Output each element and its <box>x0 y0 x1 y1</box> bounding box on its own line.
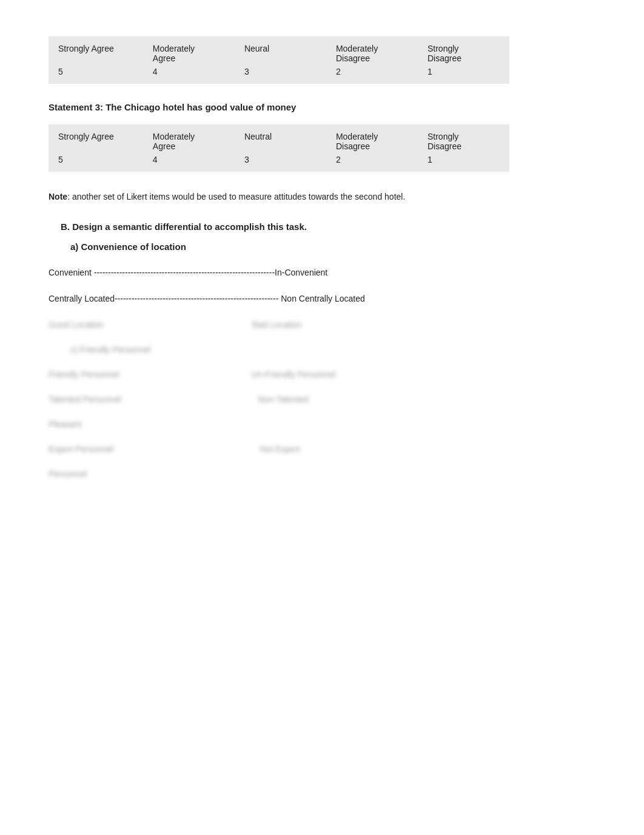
t2-col1-header: Strongly Agree <box>49 124 143 154</box>
col1-header: Strongly Agree <box>49 36 143 66</box>
blurred-line-3: Friendly Personnel Un-Friendly Personnel <box>49 368 595 381</box>
t2-col3-header: Neutral <box>235 124 326 154</box>
blurred-line-1: Good Location Bad Location <box>49 319 595 331</box>
t2-col2-header: ModeratelyAgree <box>143 124 235 154</box>
blurred-line-4: Talented Personnel Non-Talented <box>49 393 595 406</box>
t2-val4: 2 <box>326 154 418 172</box>
semantic-line-2: Centrally Located-----------------------… <box>49 292 595 305</box>
col5-header: StronglyDisagree <box>418 36 509 66</box>
blurred-line-2-indent: c) Friendly Personnel <box>70 343 595 356</box>
table2-value-row: 5 4 3 2 1 <box>49 154 509 172</box>
val5: 1 <box>418 66 509 84</box>
col4-header: ModeratelyDisagree <box>326 36 418 66</box>
table1-header-row: Strongly Agree ModeratelyAgree Neural Mo… <box>49 36 509 66</box>
likert-table-2: Strongly Agree ModeratelyAgree Neutral M… <box>49 124 509 172</box>
t2-col4-header: ModeratelyDisagree <box>326 124 418 154</box>
t2-val5: 1 <box>418 154 509 172</box>
likert-table-1: Strongly Agree ModeratelyAgree Neural Mo… <box>49 36 509 84</box>
note-text: : another set of Likert items would be u… <box>67 192 405 201</box>
section-a-heading: a) Convenience of location <box>70 242 595 252</box>
semantic-line-1: Convenient -----------------------------… <box>49 266 595 279</box>
blurred-line-5: Pleasant <box>49 418 595 431</box>
t2-val1: 5 <box>49 154 143 172</box>
section-b-heading: B. Design a semantic differential to acc… <box>61 221 595 232</box>
val2: 4 <box>143 66 235 84</box>
t2-col5-header: StronglyDisagree <box>418 124 509 154</box>
val1: 5 <box>49 66 143 84</box>
note-bold: Note <box>49 192 67 201</box>
statement3-heading: Statement 3: The Chicago hotel has good … <box>49 102 595 112</box>
col3-header: Neural <box>235 36 326 66</box>
val4: 2 <box>326 66 418 84</box>
table2-header-row: Strongly Agree ModeratelyAgree Neutral M… <box>49 124 509 154</box>
val3: 3 <box>235 66 326 84</box>
col2-header: ModeratelyAgree <box>143 36 235 66</box>
t2-val2: 4 <box>143 154 235 172</box>
note-section: Note: another set of Likert items would … <box>49 190 595 203</box>
table1-value-row: 5 4 3 2 1 <box>49 66 509 84</box>
t2-val3: 3 <box>235 154 326 172</box>
blurred-line-6: Expert Personnel Not Expert <box>49 443 595 456</box>
blurred-line-7: Personnel <box>49 468 595 481</box>
